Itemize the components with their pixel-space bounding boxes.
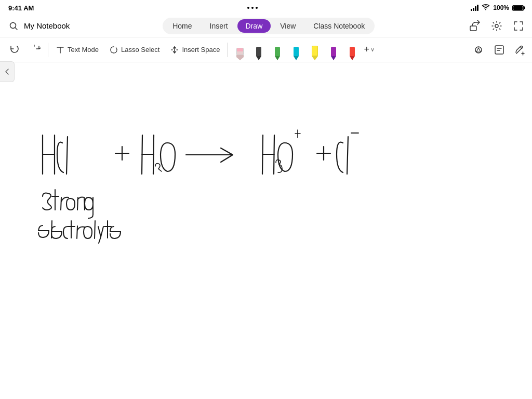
battery-icon xyxy=(512,5,524,11)
svg-rect-2 xyxy=(470,26,476,31)
insert-space-button[interactable]: Insert Space xyxy=(165,43,225,57)
cyan-pen-tool[interactable] xyxy=(288,39,304,60)
tab-class-notebook[interactable]: Class Notebook xyxy=(305,19,373,33)
search-button[interactable] xyxy=(6,19,21,33)
svg-line-1 xyxy=(16,28,18,30)
tab-home[interactable]: Home xyxy=(164,19,200,33)
eraser-tool[interactable] xyxy=(232,39,248,60)
nav-right xyxy=(468,19,526,33)
share-button[interactable] xyxy=(468,19,482,33)
redo-button[interactable] xyxy=(25,43,46,57)
status-time: 9:41 AM xyxy=(8,4,34,12)
canvas-area[interactable] xyxy=(0,62,532,399)
status-bar: 9:41 AM 100% xyxy=(0,0,532,15)
toolbar-right-icons xyxy=(471,42,528,58)
fullscreen-button[interactable] xyxy=(511,19,526,33)
purple-pen-tool[interactable] xyxy=(325,39,342,60)
text-mode-label: Text Mode xyxy=(68,46,99,54)
red-pen-tool[interactable] xyxy=(344,39,361,60)
svg-point-3 xyxy=(495,24,498,28)
shapes-button[interactable] xyxy=(471,42,486,58)
notebook-title: My Notebook xyxy=(24,21,70,30)
svg-point-0 xyxy=(10,22,16,28)
dot1 xyxy=(247,7,249,9)
toolbar-divider xyxy=(48,43,48,57)
status-center xyxy=(247,7,258,9)
add-label: + xyxy=(364,44,369,55)
svg-rect-5 xyxy=(495,46,503,54)
nav-tabs: Home Insert Draw View Class Notebook xyxy=(163,18,375,34)
side-panel-toggle[interactable] xyxy=(0,61,15,82)
black-pen-tool[interactable] xyxy=(250,39,267,60)
settings-button[interactable] xyxy=(489,19,504,33)
top-nav: My Notebook Home Insert Draw View Class … xyxy=(0,15,532,37)
status-right: 100% xyxy=(471,4,524,12)
tab-insert[interactable]: Insert xyxy=(202,19,236,33)
toolbar-divider2 xyxy=(227,43,228,57)
pen-tools xyxy=(232,39,361,60)
tab-draw[interactable]: Draw xyxy=(237,19,271,33)
ink-to-text-button[interactable] xyxy=(512,42,528,58)
text-mode-button[interactable]: Text Mode xyxy=(50,43,104,57)
dot3 xyxy=(256,7,258,9)
green-pen-tool[interactable] xyxy=(269,39,286,60)
signal-icon xyxy=(471,5,478,11)
dot2 xyxy=(251,7,254,9)
insert-space-label: Insert Space xyxy=(182,46,220,54)
chevron-down-icon: ∨ xyxy=(370,46,375,53)
lasso-select-button[interactable]: Lasso Select xyxy=(104,43,165,57)
toolbar: Text Mode Lasso Select Insert Space xyxy=(0,37,532,62)
undo-button[interactable] xyxy=(4,43,25,57)
add-pen-button[interactable]: + ∨ xyxy=(361,42,378,57)
nav-left: My Notebook xyxy=(6,19,70,33)
yellow-highlighter-tool[interactable] xyxy=(307,39,323,60)
sticky-note-button[interactable] xyxy=(491,42,507,58)
tab-view[interactable]: View xyxy=(272,19,304,33)
lasso-select-label: Lasso Select xyxy=(121,46,159,54)
handwriting-content xyxy=(0,62,532,399)
battery-text: 100% xyxy=(493,4,509,11)
wifi-icon xyxy=(482,4,490,12)
